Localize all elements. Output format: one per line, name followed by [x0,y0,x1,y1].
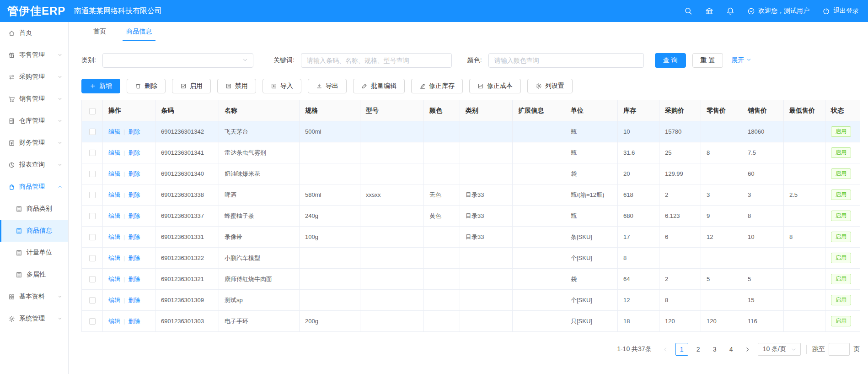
edit-link[interactable]: 编辑 [108,318,120,325]
search-button[interactable]: 查 询 [655,53,686,68]
delete-link[interactable]: 删除 [128,255,140,261]
color-input[interactable] [488,53,644,68]
toolbar-button-批量编辑[interactable]: 批量编辑 [353,79,405,93]
edit-link[interactable]: 编辑 [108,276,120,282]
toolbar-button-导入[interactable]: 导入 [263,79,301,93]
toolbar-button-新增[interactable]: 新增 [81,79,120,93]
status-badge: 启用 [831,232,851,242]
tab-首页[interactable]: 首页 [85,22,114,41]
expand-toggle[interactable]: 展开 [731,56,752,65]
chart-box-icon [477,83,484,89]
sidebar-item-首页[interactable]: 首页 [0,22,68,44]
trash-icon [135,83,141,89]
select-all-checkbox[interactable] [89,108,96,114]
toolbar-button-禁用[interactable]: 禁用 [217,79,256,93]
sidebar-item-商品类别[interactable]: 商品类别 [0,198,68,220]
row-checkbox[interactable] [89,171,96,177]
page-button-4[interactable]: 4 [725,343,738,356]
toolbar-button-列设置[interactable]: 列设置 [527,79,573,93]
delete-link[interactable]: 删除 [128,149,140,156]
sidebar-item-采购管理[interactable]: 采购管理 [0,66,68,88]
page-button-3[interactable]: 3 [708,343,721,356]
keyword-input[interactable] [301,53,452,68]
row-checkbox[interactable] [89,234,96,240]
edit-link[interactable]: 编辑 [108,233,120,240]
row-checkbox[interactable] [89,192,96,198]
sidebar-item-多属性[interactable]: 多属性 [0,264,68,286]
edit-link[interactable]: 编辑 [108,255,120,261]
row-checkbox[interactable] [89,297,96,304]
sidebar-item-财务管理[interactable]: 财务管理 [0,132,68,154]
edit-link[interactable]: 编辑 [108,170,120,177]
chevron-down-icon [57,294,63,299]
search-icon[interactable] [684,7,692,15]
edit-link[interactable]: 编辑 [108,212,120,219]
toolbar: 新增删除启用禁用导入导出批量编辑修正库存修正成本列设置 [81,79,860,93]
sidebar-item-仓库管理[interactable]: 仓库管理 [0,110,68,132]
next-page-button[interactable] [741,343,754,356]
category-select[interactable] [102,53,253,68]
tab-商品信息[interactable]: 商品信息 [118,22,160,41]
delete-link[interactable]: 删除 [128,276,140,282]
sidebar-item-商品管理[interactable]: 商品管理 [0,176,68,198]
status-badge: 启用 [831,295,851,305]
edit-link[interactable]: 编辑 [108,128,120,135]
edit-link[interactable]: 编辑 [108,149,120,156]
cell-类别 [460,269,513,290]
welcome-user[interactable]: 欢迎您，测试用户 [747,7,809,15]
row-checkbox[interactable] [89,213,96,219]
row-checkbox[interactable] [89,150,96,156]
edit-link[interactable]: 编辑 [108,297,120,304]
delete-link[interactable]: 删除 [128,128,140,135]
toolbar-button-导出[interactable]: 导出 [308,79,347,93]
row-checkbox[interactable] [89,255,96,261]
sidebar-item-商品信息[interactable]: 商品信息 [0,220,68,242]
toolbar-button-修正成本[interactable]: 修正成本 [469,79,521,93]
toolbar-button-启用[interactable]: 启用 [172,79,211,93]
delete-link[interactable]: 删除 [128,318,140,325]
cell-规格: 500ml [300,121,360,142]
toolbar-button-修正库存[interactable]: 修正库存 [411,79,463,93]
logout-button[interactable]: 退出登录 [822,7,859,15]
expand-label: 展开 [731,56,744,65]
sidebar-item-label: 仓库管理 [19,117,45,125]
toolbar-button-label: 列设置 [545,82,564,90]
delete-link[interactable]: 删除 [128,297,140,304]
delete-link[interactable]: 删除 [128,191,140,198]
sidebar-item-零售管理[interactable]: 零售管理 [0,44,68,66]
sidebar-item-基本资料[interactable]: 基本资料 [0,286,68,308]
table-row: 编辑|删除6901236301342飞天茅台500ml瓶101578018060… [82,121,860,142]
prev-page-button[interactable] [659,343,672,356]
page-button-1[interactable]: 1 [675,343,688,356]
toolbar-button-label: 禁用 [235,82,248,90]
portal-home-icon[interactable] [705,7,713,15]
toolbar-button-label: 批量编辑 [371,82,396,90]
row-checkbox[interactable] [89,276,96,282]
sidebar-item-系统管理[interactable]: 系统管理 [0,308,68,330]
row-checkbox[interactable] [89,129,96,135]
row-checkbox[interactable] [89,318,96,325]
cell-销售价: 7.5 [742,142,784,163]
page-size-select[interactable]: 10 条/页 [758,343,801,356]
chevron-down-icon [57,74,63,80]
divider: | [123,212,125,219]
sidebar-item-销售管理[interactable]: 销售管理 [0,88,68,110]
cell-状态: 启用 [825,184,860,206]
plus-icon [90,83,96,89]
notification-bell-icon[interactable] [726,7,734,15]
chevron-down-icon [57,140,63,146]
delete-link[interactable]: 删除 [128,233,140,240]
sidebar-item-报表查询[interactable]: 报表查询 [0,154,68,176]
jump-page-input[interactable] [829,343,850,356]
toolbar-button-删除[interactable]: 删除 [127,79,166,93]
table-row: 编辑|删除6901236301337蜂蜜柚子茶240g黄色目录33瓶6806.1… [82,206,860,227]
cell-类别: 目录33 [460,184,513,206]
edit-link[interactable]: 编辑 [108,191,120,198]
delete-link[interactable]: 删除 [128,212,140,219]
page-button-2[interactable]: 2 [692,343,705,356]
reset-button[interactable]: 重 置 [692,53,723,68]
cell-库存: 31.6 [618,142,659,163]
sidebar-item-计量单位[interactable]: 计量单位 [0,242,68,264]
chevron-down-icon [791,347,797,352]
delete-link[interactable]: 删除 [128,170,140,177]
